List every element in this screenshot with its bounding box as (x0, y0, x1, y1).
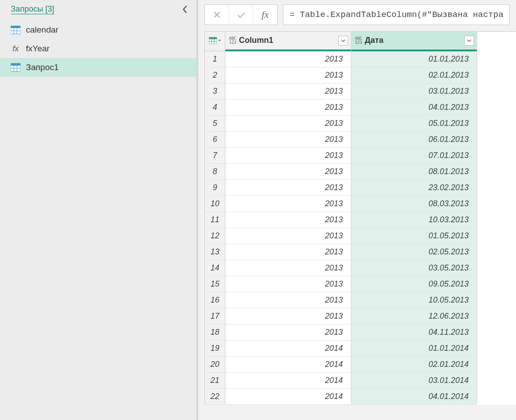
cell-column1[interactable]: 2013 (225, 276, 351, 292)
cell-date[interactable]: 01.01.2013 (351, 51, 477, 67)
query-item[interactable]: fxfxYear (0, 39, 196, 58)
cell-column1[interactable]: 2013 (225, 164, 351, 180)
table-row[interactable]: 10201308.03.2013 (205, 196, 516, 212)
row-number[interactable]: 13 (205, 244, 225, 260)
cell-date[interactable]: 02.01.2014 (351, 357, 477, 373)
table-row[interactable]: 16201310.05.2013 (205, 292, 516, 308)
cell-column1[interactable]: 2013 (225, 148, 351, 164)
cell-date[interactable]: 04.01.2013 (351, 100, 477, 116)
row-number[interactable]: 3 (205, 83, 225, 100)
column-header-column1[interactable]: ABC123 Column1 (225, 32, 351, 50)
row-number[interactable]: 15 (205, 276, 225, 292)
cell-date[interactable]: 03.01.2014 (351, 373, 477, 389)
table-row[interactable]: 14201303.05.2013 (205, 260, 516, 276)
cell-column1[interactable]: 2013 (225, 244, 351, 260)
table-row[interactable]: 20201402.01.2014 (205, 357, 516, 373)
cell-date[interactable]: 03.05.2013 (351, 260, 477, 276)
column-filter-button[interactable] (338, 36, 348, 46)
row-number[interactable]: 8 (205, 164, 225, 180)
cell-date[interactable]: 23.02.2013 (351, 180, 477, 196)
table-row[interactable]: 3201303.01.2013 (205, 83, 516, 100)
cell-date[interactable]: 03.01.2013 (351, 83, 477, 100)
query-item[interactable]: Запрос1 (0, 58, 196, 77)
row-number[interactable]: 5 (205, 116, 225, 132)
cell-column1[interactable]: 2013 (225, 212, 351, 228)
row-number[interactable]: 9 (205, 180, 225, 196)
table-row[interactable]: 22201404.01.2014 (205, 389, 516, 405)
table-row[interactable]: 6201306.01.2013 (205, 132, 516, 148)
row-number[interactable]: 6 (205, 132, 225, 148)
table-row[interactable]: 17201312.06.2013 (205, 308, 516, 324)
cell-column1[interactable]: 2013 (225, 51, 351, 67)
row-number[interactable]: 1 (205, 51, 225, 67)
formula-input[interactable]: = Table.ExpandTableColumn(#"Вызвана наст… (283, 4, 510, 25)
row-number[interactable]: 21 (205, 373, 225, 389)
collapse-pane-icon[interactable] (181, 5, 188, 14)
cell-column1[interactable]: 2014 (225, 341, 351, 357)
row-number[interactable]: 7 (205, 148, 225, 164)
column-header-date[interactable]: ABC123 Дата (351, 32, 477, 50)
cell-column1[interactable]: 2014 (225, 373, 351, 389)
row-number[interactable]: 19 (205, 341, 225, 357)
table-row[interactable]: 12201301.05.2013 (205, 228, 516, 244)
row-number[interactable]: 2 (205, 67, 225, 83)
cancel-formula-button[interactable] (205, 5, 229, 25)
query-item[interactable]: calendar (0, 21, 196, 39)
apply-formula-button[interactable] (229, 5, 253, 25)
cell-column1[interactable]: 2013 (225, 308, 351, 324)
fx-button[interactable]: fx (253, 5, 277, 25)
row-number[interactable]: 10 (205, 196, 225, 212)
cell-date[interactable]: 02.05.2013 (351, 244, 477, 260)
column-filter-button[interactable] (464, 36, 474, 46)
cell-column1[interactable]: 2014 (225, 389, 351, 405)
cell-date[interactable]: 02.01.2013 (351, 67, 477, 83)
cell-date[interactable]: 04.01.2014 (351, 389, 477, 405)
cell-date[interactable]: 04.11.2013 (351, 324, 477, 341)
cell-column1[interactable]: 2013 (225, 196, 351, 212)
select-all-corner[interactable] (205, 32, 225, 50)
cell-column1[interactable]: 2013 (225, 67, 351, 83)
table-row[interactable]: 21201403.01.2014 (205, 373, 516, 389)
row-number[interactable]: 20 (205, 357, 225, 373)
table-row[interactable]: 8201308.01.2013 (205, 164, 516, 180)
cell-date[interactable]: 10.05.2013 (351, 292, 477, 308)
cell-date[interactable]: 12.06.2013 (351, 308, 477, 324)
cell-column1[interactable]: 2013 (225, 100, 351, 116)
table-row[interactable]: 9201323.02.2013 (205, 180, 516, 196)
cell-column1[interactable]: 2013 (225, 228, 351, 244)
table-row[interactable]: 15201309.05.2013 (205, 276, 516, 292)
cell-column1[interactable]: 2013 (225, 132, 351, 148)
cell-date[interactable]: 01.01.2014 (351, 341, 477, 357)
cell-date[interactable]: 06.01.2013 (351, 132, 477, 148)
cell-column1[interactable]: 2013 (225, 83, 351, 100)
row-number[interactable]: 22 (205, 389, 225, 405)
table-row[interactable]: 13201302.05.2013 (205, 244, 516, 260)
table-row[interactable]: 11201310.03.2013 (205, 212, 516, 228)
cell-column1[interactable]: 2013 (225, 116, 351, 132)
table-row[interactable]: 19201401.01.2014 (205, 341, 516, 357)
row-number[interactable]: 17 (205, 308, 225, 324)
cell-date[interactable]: 08.01.2013 (351, 164, 477, 180)
cell-date[interactable]: 10.03.2013 (351, 212, 477, 228)
table-row[interactable]: 5201305.01.2013 (205, 116, 516, 132)
cell-date[interactable]: 08.03.2013 (351, 196, 477, 212)
table-row[interactable]: 4201304.01.2013 (205, 100, 516, 116)
table-row[interactable]: 7201307.01.2013 (205, 148, 516, 164)
cell-column1[interactable]: 2013 (225, 180, 351, 196)
cell-column1[interactable]: 2013 (225, 324, 351, 341)
table-row[interactable]: 18201304.11.2013 (205, 324, 516, 341)
cell-column1[interactable]: 2013 (225, 260, 351, 276)
row-number[interactable]: 18 (205, 324, 225, 341)
table-row[interactable]: 1201301.01.2013 (205, 51, 516, 67)
cell-date[interactable]: 05.01.2013 (351, 116, 477, 132)
table-row[interactable]: 2201302.01.2013 (205, 67, 516, 83)
cell-date[interactable]: 01.05.2013 (351, 228, 477, 244)
row-number[interactable]: 11 (205, 212, 225, 228)
row-number[interactable]: 4 (205, 100, 225, 116)
row-number[interactable]: 12 (205, 228, 225, 244)
row-number[interactable]: 14 (205, 260, 225, 276)
row-number[interactable]: 16 (205, 292, 225, 308)
cell-date[interactable]: 07.01.2013 (351, 148, 477, 164)
cell-column1[interactable]: 2014 (225, 357, 351, 373)
cell-date[interactable]: 09.05.2013 (351, 276, 477, 292)
